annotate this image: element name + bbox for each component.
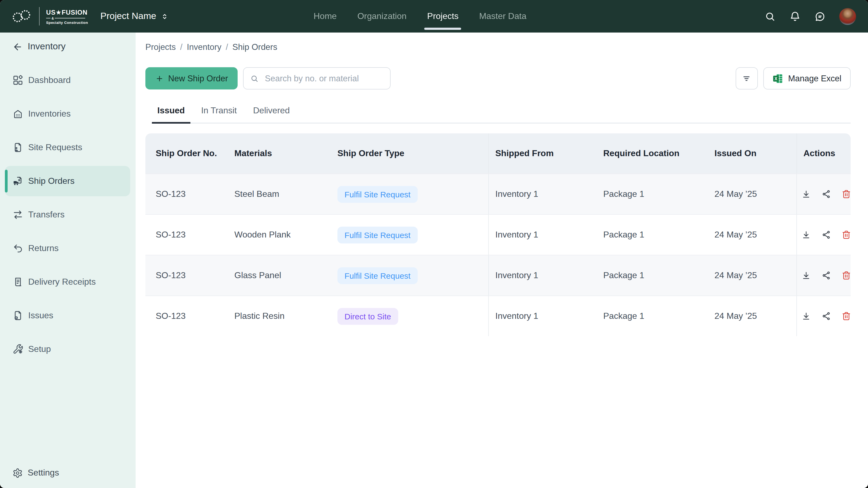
breadcrumb-inventory[interactable]: Inventory (187, 42, 222, 52)
toolbar: New Ship Order (145, 67, 850, 90)
breadcrumb-ship-orders[interactable]: Ship Orders (232, 42, 277, 52)
breadcrumb-projects[interactable]: Projects (145, 42, 176, 52)
col-required-location: Required Location (597, 133, 708, 173)
share-icon[interactable] (820, 188, 832, 200)
file-alert-icon (12, 310, 23, 321)
breadcrumb: Projects / Inventory / Ship Orders (145, 42, 850, 52)
delete-icon[interactable] (840, 188, 850, 200)
table-row[interactable]: SO-123 Glass Panel Fulfil Site Request I… (145, 255, 850, 295)
col-actions: Actions (796, 133, 850, 173)
search-input[interactable] (264, 73, 384, 84)
nav-item-projects[interactable]: Projects (427, 0, 459, 33)
avatar[interactable] (839, 8, 856, 25)
brand-divider (39, 7, 40, 26)
col-ship-order-no: Ship Order No. (145, 133, 228, 173)
filter-button[interactable] (736, 67, 758, 90)
search-field (243, 67, 391, 90)
top-navigation: Home Organization Projects Master Data (314, 0, 527, 33)
status-badge: Direct to Site (337, 308, 398, 325)
sidebar-item-transfers[interactable]: Transfers (5, 199, 130, 230)
sidebar-item-site-requests[interactable]: Site Requests (5, 132, 130, 163)
dashboard-icon (12, 75, 23, 86)
brand-tagline: Specialty Construction (46, 20, 85, 24)
svg-text:X: X (774, 76, 777, 81)
brand-separator: & (46, 17, 85, 20)
tab-issued[interactable]: Issued (152, 106, 190, 123)
sidebar-item-settings[interactable]: Settings (0, 458, 135, 488)
status-badge: Fulfil Site Request (337, 186, 417, 202)
delete-icon[interactable] (840, 229, 850, 241)
project-selector[interactable]: Project Name (100, 11, 169, 22)
status-tabs: Issued In Transit Delivered (152, 106, 850, 124)
col-issued-on: Issued On (708, 133, 796, 173)
new-ship-order-button[interactable]: New Ship Order (145, 67, 238, 90)
plus-icon (155, 74, 164, 83)
share-icon[interactable] (820, 269, 832, 282)
download-icon[interactable] (800, 269, 812, 282)
sidebar-item-inventories[interactable]: Inventories (5, 99, 130, 129)
wrench-gear-icon (12, 344, 23, 355)
sidebar: Inventory Dashboard (0, 33, 135, 488)
table-row[interactable]: SO-123 Steel Beam Fulfil Site Request In… (145, 173, 850, 214)
search-icon (250, 74, 259, 83)
delete-icon[interactable] (840, 269, 850, 282)
col-materials: Materials (228, 133, 331, 173)
brand-logo: US★FUSION & Specialty Construction (11, 7, 85, 26)
sidebar-item-delivery-receipts[interactable]: Delivery Receipts (5, 267, 130, 297)
table-row[interactable]: SO-123 Wooden Plank Fulfil Site Request … (145, 214, 850, 255)
topbar-actions (764, 8, 856, 25)
search-icon[interactable] (764, 10, 776, 22)
tab-delivered[interactable]: Delivered (248, 106, 295, 123)
bell-icon[interactable] (789, 10, 801, 22)
download-icon[interactable] (800, 310, 812, 322)
delete-icon[interactable] (840, 310, 850, 322)
chevron-updown-icon (161, 12, 169, 20)
table-header-row: Ship Order No. Materials Ship Order Type… (145, 133, 850, 173)
share-icon[interactable] (820, 310, 832, 322)
main-content: Projects / Inventory / Ship Orders New S… (135, 33, 868, 488)
sidebar-nav: Dashboard Inventories (0, 63, 135, 366)
sidebar-item-dashboard[interactable]: Dashboard (5, 65, 130, 95)
tab-in-transit[interactable]: In Transit (195, 106, 242, 123)
truck-file-icon (12, 176, 23, 187)
gear-icon (12, 468, 23, 478)
app-window: US★FUSION & Specialty Construction Proje… (0, 0, 868, 488)
arrow-left-icon (12, 41, 23, 52)
arrows-right-left-icon (12, 209, 23, 220)
chat-icon[interactable] (814, 10, 826, 22)
download-icon[interactable] (800, 229, 812, 241)
manage-excel-button[interactable]: X Manage Excel (763, 67, 850, 90)
download-icon[interactable] (800, 188, 812, 200)
ship-orders-table: Ship Order No. Materials Ship Order Type… (145, 133, 850, 336)
sidebar-item-ship-orders[interactable]: Ship Orders (5, 166, 130, 196)
excel-icon: X (773, 73, 783, 84)
brand-name: US★FUSION (46, 8, 85, 16)
nav-item-organization[interactable]: Organization (357, 0, 406, 33)
topbar: US★FUSION & Specialty Construction Proje… (0, 0, 868, 33)
nav-item-home[interactable]: Home (314, 0, 337, 33)
sidebar-item-returns[interactable]: Returns (5, 233, 130, 263)
status-badge: Fulfil Site Request (337, 267, 417, 284)
warehouse-icon (12, 108, 23, 119)
share-icon[interactable] (820, 229, 832, 241)
sidebar-item-issues[interactable]: Issues (5, 300, 130, 331)
table-row[interactable]: SO-123 Plastic Resin Direct to Site Inve… (145, 295, 850, 336)
sidebar-item-setup[interactable]: Setup (5, 334, 130, 364)
infinity-logo-icon (11, 8, 34, 24)
col-shipped-from: Shipped From (488, 133, 597, 173)
sidebar-back-button[interactable]: Inventory (0, 37, 135, 56)
project-selector-label: Project Name (100, 11, 156, 22)
status-badge: Fulfil Site Request (337, 226, 417, 243)
undo-icon (12, 243, 23, 254)
nav-item-master-data[interactable]: Master Data (479, 0, 526, 33)
col-ship-order-type: Ship Order Type (331, 133, 488, 173)
file-user-icon (12, 142, 23, 153)
sidebar-back-label: Inventory (28, 41, 66, 52)
receipt-icon (12, 276, 23, 287)
filter-icon (742, 73, 752, 83)
